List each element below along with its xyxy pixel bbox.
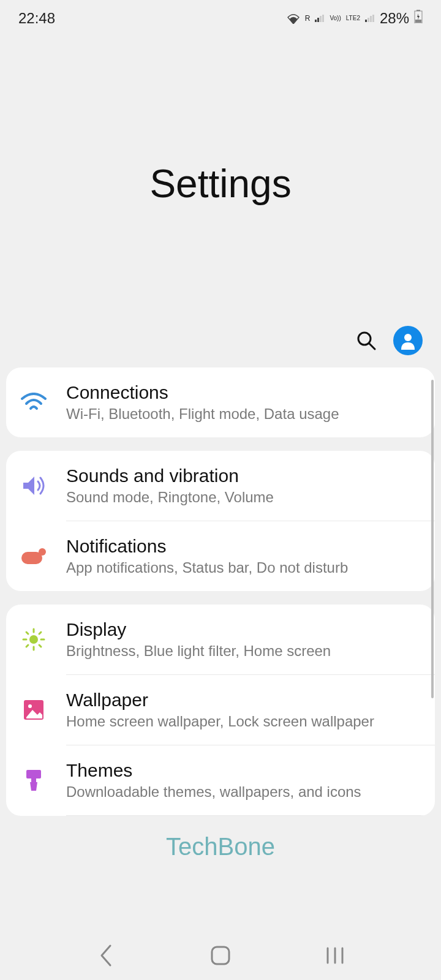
item-sounds[interactable]: Sounds and vibration Sound mode, Rington… (6, 451, 435, 521)
chevron-left-icon (98, 943, 114, 968)
signal-2-icon: Vo))LTE2 (330, 15, 360, 21)
wifi-icon (287, 13, 300, 24)
svg-rect-1 (317, 18, 319, 22)
scroll-indicator[interactable] (431, 380, 434, 698)
nav-home-button[interactable] (202, 937, 239, 974)
item-text: Wallpaper Home screen wallpaper, Lock sc… (66, 690, 421, 730)
svg-point-13 (404, 334, 412, 341)
divider (66, 815, 435, 816)
svg-rect-3 (322, 15, 324, 22)
item-text: Sounds and vibration Sound mode, Rington… (66, 466, 421, 506)
card-display-group: Display Brightness, Blue light filter, H… (6, 605, 435, 816)
wifi-icon (20, 388, 48, 417)
svg-rect-29 (212, 947, 229, 964)
nav-bar (0, 931, 441, 980)
speaker-icon (20, 472, 48, 500)
status-time: 22:48 (18, 10, 55, 27)
svg-line-22 (39, 645, 41, 647)
svg-line-21 (26, 632, 28, 634)
account-button[interactable] (393, 326, 423, 355)
item-title: Notifications (66, 536, 421, 557)
item-subtitle: Home screen wallpaper, Lock screen wallp… (66, 713, 421, 730)
item-connections[interactable]: Connections Wi-Fi, Bluetooth, Flight mod… (6, 368, 435, 437)
item-title: Connections (66, 382, 421, 403)
card-connections: Connections Wi-Fi, Bluetooth, Flight mod… (6, 368, 435, 437)
signal-bars-icon (365, 15, 375, 22)
header-area: Settings (0, 37, 441, 368)
svg-point-15 (39, 548, 46, 556)
notification-icon (20, 542, 48, 570)
item-title: Themes (66, 760, 421, 781)
status-right: R Vo))LTE2 28% (287, 10, 423, 27)
svg-rect-10 (415, 20, 421, 23)
status-bar: 22:48 R Vo))LTE2 28% (0, 0, 441, 37)
search-button[interactable] (352, 326, 381, 355)
item-display[interactable]: Display Brightness, Blue light filter, H… (6, 605, 435, 674)
item-text: Display Brightness, Blue light filter, H… (66, 619, 421, 660)
svg-point-16 (29, 635, 38, 644)
svg-rect-4 (365, 20, 367, 22)
svg-rect-6 (370, 16, 372, 22)
svg-rect-7 (372, 15, 374, 22)
item-title: Sounds and vibration (66, 466, 421, 486)
item-themes[interactable]: Themes Downloadable themes, wallpapers, … (6, 745, 435, 815)
item-wallpaper[interactable]: Wallpaper Home screen wallpaper, Lock sc… (6, 675, 435, 745)
recents-icon (324, 946, 346, 965)
sun-icon (20, 625, 48, 654)
item-notifications[interactable]: Notifications App notifications, Status … (6, 521, 435, 591)
svg-rect-0 (315, 20, 317, 22)
picture-icon (20, 696, 48, 724)
svg-rect-5 (368, 18, 369, 22)
home-square-icon (209, 944, 232, 967)
signal-1-icon: R (305, 15, 325, 22)
watermark: TechBone (166, 833, 275, 861)
item-text: Connections Wi-Fi, Bluetooth, Flight mod… (66, 382, 421, 423)
svg-rect-27 (26, 770, 41, 778)
nav-recents-button[interactable] (317, 937, 353, 974)
battery-icon (414, 10, 423, 27)
page-title: Settings (149, 161, 291, 206)
item-text: Notifications App notifications, Status … (66, 536, 421, 576)
item-subtitle: Brightness, Blue light filter, Home scre… (66, 643, 421, 660)
item-title: Wallpaper (66, 690, 421, 710)
svg-rect-2 (320, 16, 322, 22)
item-title: Display (66, 619, 421, 640)
person-icon (399, 331, 417, 350)
item-subtitle: Sound mode, Ringtone, Volume (66, 489, 421, 506)
svg-rect-28 (31, 778, 36, 782)
svg-line-23 (26, 645, 28, 647)
header-actions (352, 326, 423, 355)
item-subtitle: Downloadable themes, wallpapers, and ico… (66, 783, 421, 801)
svg-line-12 (369, 344, 375, 349)
nav-back-button[interactable] (88, 937, 124, 974)
item-subtitle: App notifications, Status bar, Do not di… (66, 559, 421, 576)
settings-list: Connections Wi-Fi, Bluetooth, Flight mod… (0, 368, 441, 816)
search-icon (355, 330, 377, 352)
brush-icon (20, 766, 48, 794)
item-subtitle: Wi-Fi, Bluetooth, Flight mode, Data usag… (66, 405, 421, 423)
svg-line-24 (39, 632, 41, 634)
card-sound-notif: Sounds and vibration Sound mode, Rington… (6, 451, 435, 591)
item-text: Themes Downloadable themes, wallpapers, … (66, 760, 421, 801)
svg-point-26 (28, 704, 32, 708)
battery-percent: 28% (380, 10, 409, 27)
